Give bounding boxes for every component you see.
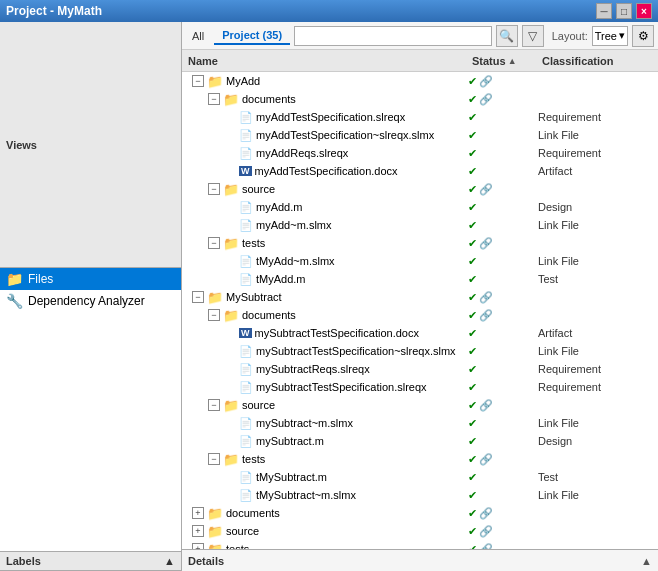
col-header-classification[interactable]: Classification	[538, 53, 658, 69]
file-icon: 📄	[239, 201, 253, 214]
sidebar-item-files[interactable]: 📁 Files	[0, 268, 181, 290]
item-label: tests	[242, 453, 265, 465]
tree-row[interactable]: 📄 mySubtract.m ✔ Design	[182, 432, 658, 450]
details-chevron-icon[interactable]: ▲	[641, 555, 652, 567]
expand-button[interactable]: −	[192, 75, 204, 87]
link-icon: 🔗	[479, 399, 493, 412]
item-label: tests	[242, 237, 265, 249]
link-icon: 🔗	[479, 309, 493, 322]
status-check-icon: ✔	[468, 147, 477, 160]
tree-row[interactable]: 📄 myAddReqs.slreqx ✔ Requirement	[182, 144, 658, 162]
status-check-icon: ✔	[468, 111, 477, 124]
col-header-status[interactable]: Status ▲	[468, 53, 538, 69]
sidebar-item-label: Files	[28, 272, 53, 286]
tree-item-status: ✔	[468, 129, 538, 142]
maximize-button[interactable]: □	[616, 3, 632, 19]
tree-item-status: ✔	[468, 165, 538, 178]
tree-row[interactable]: − 📁 source ✔ 🔗	[182, 180, 658, 198]
word-file-icon: W	[239, 328, 252, 338]
tree-row[interactable]: W myAddTestSpecification.docx ✔ Artifact	[182, 162, 658, 180]
file-icon: 📄	[239, 147, 253, 160]
close-button[interactable]: ×	[636, 3, 652, 19]
folder-icon: 📁	[207, 506, 223, 521]
tree-row[interactable]: 📄 mySubtractTestSpecification~slreqx.slm…	[182, 342, 658, 360]
tree-row[interactable]: 📄 myAddTestSpecification~slreqx.slmx ✔ L…	[182, 126, 658, 144]
tree-row[interactable]: − 📁 tests ✔ 🔗	[182, 450, 658, 468]
tree-row[interactable]: 📄 mySubtractReqs.slreqx ✔ Requirement	[182, 360, 658, 378]
item-label: myAdd~m.slmx	[256, 219, 332, 231]
tree-row[interactable]: 📄 mySubtractTestSpecification.slreqx ✔ R…	[182, 378, 658, 396]
tree-row[interactable]: − 📁 documents ✔ 🔗	[182, 306, 658, 324]
status-check-icon: ✔	[468, 93, 477, 106]
item-label: tMyAdd~m.slmx	[256, 255, 335, 267]
file-icon: 📄	[239, 255, 253, 268]
layout-select[interactable]: Tree ▾	[592, 26, 628, 46]
tree-item-status: ✔ 🔗	[468, 291, 538, 304]
link-icon: 🔗	[479, 93, 493, 106]
tree-row[interactable]: 📄 myAdd.m ✔ Design	[182, 198, 658, 216]
tree-row[interactable]: + 📁 tests ✔ 🔗	[182, 540, 658, 549]
sidebar-item-label: Dependency Analyzer	[28, 294, 145, 308]
tree-row[interactable]: 📄 tMySubtract.m ✔ Test	[182, 468, 658, 486]
status-check-icon: ✔	[468, 471, 477, 484]
tree-row[interactable]: 📄 tMySubtract~m.slmx ✔ Link File	[182, 486, 658, 504]
tree-item-name: 📄 myAdd~m.slmx	[182, 219, 468, 232]
tree-item-name: 📄 myAdd.m	[182, 201, 468, 214]
file-icon: 📄	[239, 345, 253, 358]
search-button[interactable]: 🔍	[496, 25, 518, 47]
search-input[interactable]	[294, 26, 492, 46]
link-icon: 🔗	[479, 75, 493, 88]
tree-item-status: ✔	[468, 219, 538, 232]
tree-row[interactable]: W mySubtractTestSpecification.docx ✔ Art…	[182, 324, 658, 342]
tree-row[interactable]: 📄 tMyAdd~m.slmx ✔ Link File	[182, 252, 658, 270]
link-icon: 🔗	[479, 183, 493, 196]
tree-row[interactable]: 📄 tMyAdd.m ✔ Test	[182, 270, 658, 288]
tree-row[interactable]: − 📁 tests ✔ 🔗	[182, 234, 658, 252]
tree-item-name: − 📁 documents	[182, 92, 468, 107]
tree-row[interactable]: − 📁 MySubtract ✔ 🔗	[182, 288, 658, 306]
item-label: MySubtract	[226, 291, 282, 303]
tree-item-classification: Link File	[538, 345, 658, 357]
expand-button[interactable]: −	[208, 237, 220, 249]
tree-row[interactable]: − 📁 MyAdd ✔ 🔗	[182, 72, 658, 90]
expand-button[interactable]: +	[192, 525, 204, 537]
tab-all[interactable]: All	[186, 28, 210, 44]
settings-button[interactable]: ⚙	[632, 25, 654, 47]
tree-item-status: ✔	[468, 201, 538, 214]
status-check-icon: ✔	[468, 453, 477, 466]
expand-button[interactable]: −	[208, 93, 220, 105]
status-check-icon: ✔	[468, 183, 477, 196]
tree-item-status: ✔	[468, 111, 538, 124]
item-label: source	[242, 183, 275, 195]
tree-item-name: 📄 myAddTestSpecification~slreqx.slmx	[182, 129, 468, 142]
tree-item-status: ✔ 🔗	[468, 183, 538, 196]
column-headers: Name Status ▲ Classification	[182, 50, 658, 72]
title-bar: Project - MyMath ─ □ ×	[0, 0, 658, 22]
expand-button[interactable]: −	[208, 453, 220, 465]
tree-row[interactable]: − 📁 source ✔ 🔗	[182, 396, 658, 414]
tree-row[interactable]: + 📁 documents ✔ 🔗	[182, 504, 658, 522]
tab-project[interactable]: Project (35)	[214, 27, 290, 45]
minimize-button[interactable]: ─	[596, 3, 612, 19]
tree-row[interactable]: 📄 myAddTestSpecification.slreqx ✔ Requir…	[182, 108, 658, 126]
tree-item-classification: Design	[538, 435, 658, 447]
tree-row[interactable]: + 📁 source ✔ 🔗	[182, 522, 658, 540]
expand-button[interactable]: +	[192, 507, 204, 519]
col-header-name[interactable]: Name	[182, 53, 468, 69]
expand-button[interactable]: −	[192, 291, 204, 303]
nav-items: 📁 Files🔧 Dependency Analyzer	[0, 268, 181, 312]
sidebar-item-dependency[interactable]: 🔧 Dependency Analyzer	[0, 290, 181, 312]
title-controls: ─ □ ×	[596, 3, 652, 19]
expand-button[interactable]: −	[208, 183, 220, 195]
tree-row[interactable]: − 📁 documents ✔ 🔗	[182, 90, 658, 108]
folder-icon: 📁	[223, 398, 239, 413]
file-icon: 📄	[239, 219, 253, 232]
filter-button[interactable]: ▽	[522, 25, 544, 47]
tree-row[interactable]: 📄 myAdd~m.slmx ✔ Link File	[182, 216, 658, 234]
tree-row[interactable]: 📄 mySubtract~m.slmx ✔ Link File	[182, 414, 658, 432]
tree-item-name: 📄 mySubtractTestSpecification.slreqx	[182, 381, 468, 394]
expand-button[interactable]: −	[208, 399, 220, 411]
tree-item-name: 📄 myAddReqs.slreqx	[182, 147, 468, 160]
file-icon: 📄	[239, 471, 253, 484]
expand-button[interactable]: −	[208, 309, 220, 321]
